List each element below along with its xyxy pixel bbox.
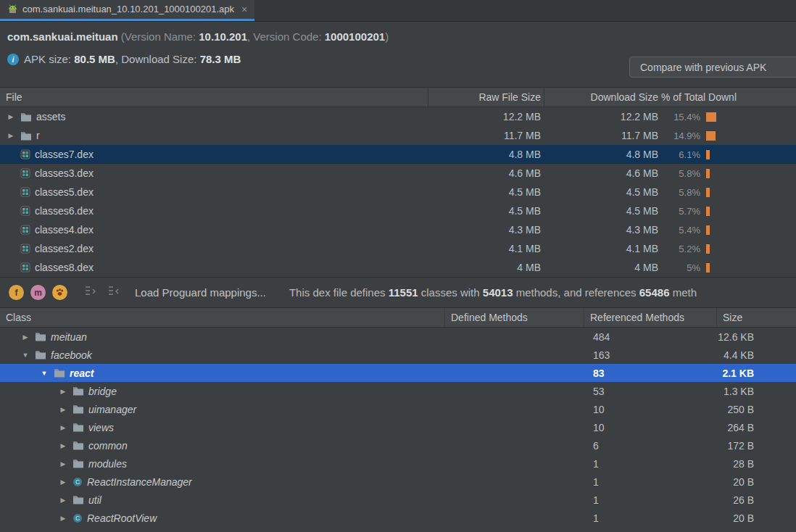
file-row-classes5-dex[interactable]: classes5.dex 4.5 MB 4.5 MB 5.8% — [0, 183, 796, 201]
folder-icon — [72, 495, 84, 504]
file-row-r[interactable]: ▶ r 11.7 MB 11.7 MB 14.9% — [0, 126, 796, 145]
compare-apk-button[interactable]: Compare with previous APK — [629, 57, 796, 78]
col-header-referenced-methods[interactable]: Referenced Methods — [584, 308, 716, 327]
chevron-right-icon[interactable]: ▶ — [58, 406, 68, 413]
svg-text:C: C — [75, 478, 80, 486]
dex-file-icon — [20, 225, 30, 235]
dex-file-icon — [20, 187, 30, 197]
android-apk-icon — [7, 4, 18, 14]
chevron-right-icon[interactable]: ▶ — [58, 496, 68, 504]
percent-bar — [706, 131, 716, 141]
chevron-down-icon[interactable]: ▼ — [39, 370, 49, 377]
tab-title: com.sankuai.meituan_10.10.201_1000100201… — [22, 4, 234, 14]
col-header-class[interactable]: Class — [0, 312, 444, 323]
version-name: 10.10.201 — [199, 30, 247, 43]
percent-bar — [706, 169, 710, 178]
package-line: com.sankuai.meituan (Version Name: 10.10… — [0, 22, 796, 43]
info-icon: i — [7, 54, 19, 65]
download-size-value: 78.3 MB — [200, 53, 241, 65]
chevron-right-icon[interactable]: ▶ — [58, 424, 68, 431]
percent-bar — [706, 150, 710, 159]
percent-bar — [706, 188, 710, 197]
dex-file-icon — [20, 206, 30, 216]
classes-count: 11551 — [389, 286, 418, 299]
file-row-classes7-dex[interactable]: classes7.dex 4.8 MB 4.8 MB 6.1% — [0, 145, 796, 164]
dex-file-icon — [20, 168, 30, 178]
show-fields-toggle[interactable]: f — [9, 285, 24, 300]
chevron-right-icon[interactable]: ▶ — [58, 442, 68, 449]
collapse-all-icon[interactable] — [107, 286, 120, 299]
col-header-defined-methods[interactable]: Defined Methods — [444, 308, 584, 327]
col-header-download-size[interactable]: Download Size — [544, 88, 660, 107]
folder-icon — [35, 350, 46, 359]
file-row-classes2-dex[interactable]: classes2.dex 4.1 MB 4.1 MB 5.2% — [0, 239, 796, 258]
files-table-body: ▶ assets 12.2 MB 12.2 MB 15.4% ▶ r 11.7 … — [0, 107, 796, 277]
percent-bar — [706, 112, 716, 122]
col-header-percent-total[interactable]: % of Total Downl — [660, 91, 796, 103]
class-row-uimanager[interactable]: ▶ uimanager 10 250 B — [0, 400, 796, 418]
folder-icon — [20, 131, 32, 141]
class-row-views[interactable]: ▶ views 10 264 B — [0, 418, 796, 436]
class-row-react-instance-manager[interactable]: ▶ C ReactInstanceManager 1 20 B — [0, 473, 796, 491]
percent-bar — [706, 207, 710, 216]
tab-close-icon[interactable]: × — [241, 4, 247, 14]
chevron-right-icon[interactable]: ▶ — [6, 132, 16, 139]
file-row-classes8-dex[interactable]: classes8.dex 4 MB 4 MB 5% — [0, 258, 796, 277]
show-methods-toggle[interactable]: m — [30, 285, 46, 300]
class-row-modules[interactable]: ▶ modules 1 28 B — [0, 454, 796, 473]
editor-tab-bar: com.sankuai.meituan_10.10.201_1000100201… — [0, 0, 796, 22]
apk-size-value: 80.5 MB — [74, 53, 115, 65]
class-row-bridge[interactable]: ▶ bridge 53 1.3 KB — [0, 382, 796, 400]
folder-icon — [72, 404, 84, 414]
chevron-right-icon[interactable]: ▶ — [58, 388, 68, 395]
show-references-toggle[interactable] — [52, 285, 67, 300]
folder-icon — [20, 112, 32, 122]
apk-header: com.sankuai.meituan (Version Name: 10.10… — [0, 22, 796, 87]
file-row-classes4-dex[interactable]: classes4.dex 4.3 MB 4.3 MB 5.4% — [0, 220, 796, 239]
size-summary: APK size: 80.5 MB, Download Size: 78.3 M… — [24, 53, 241, 65]
folder-icon — [35, 332, 46, 341]
class-row-react-root-view[interactable]: ▶ C ReactRootView 1 20 B — [0, 509, 796, 527]
files-table-header: File Raw File Size Download Size % of To… — [0, 87, 796, 107]
load-proguard-mappings-button[interactable]: Load Proguard mappings... — [135, 286, 266, 299]
col-header-size[interactable]: Size — [716, 308, 796, 327]
class-row-meituan[interactable]: ▶ meituan 484 12.6 KB — [0, 328, 796, 346]
chevron-right-icon[interactable]: ▶ — [58, 460, 68, 467]
folder-icon — [72, 423, 84, 432]
percent-bar — [706, 225, 710, 235]
dex-file-icon — [20, 244, 30, 254]
class-row-util[interactable]: ▶ util 1 26 B — [0, 491, 796, 509]
chevron-right-icon[interactable]: ▶ — [20, 333, 30, 341]
class-icon: C — [72, 477, 83, 487]
chevron-right-icon[interactable]: ▶ — [6, 113, 16, 120]
class-icon: C — [72, 513, 83, 523]
package-name: com.sankuai.meituan — [7, 30, 118, 43]
chevron-right-icon[interactable]: ▶ — [58, 515, 68, 522]
dex-file-icon — [20, 149, 30, 159]
class-row-facebook[interactable]: ▼ facebook 163 4.4 KB — [0, 346, 796, 364]
percent-bar — [706, 263, 710, 273]
apk-editor-tab[interactable]: com.sankuai.meituan_10.10.201_1000100201… — [0, 0, 254, 21]
version-code: 1000100201 — [325, 30, 385, 43]
file-row-assets[interactable]: ▶ assets 12.2 MB 12.2 MB 15.4% — [0, 107, 796, 126]
file-row-classes3-dex[interactable]: classes3.dex 4.6 MB 4.6 MB 5.8% — [0, 164, 796, 183]
chevron-right-icon[interactable]: ▶ — [58, 478, 68, 486]
percent-bar — [706, 244, 710, 254]
folder-icon — [72, 459, 84, 468]
references-count: 65486 — [639, 286, 670, 299]
dex-toolbar: f m Load Proguard mappings... This dex f… — [0, 277, 796, 307]
class-row-react[interactable]: ▼ react 83 2.1 KB — [0, 364, 796, 382]
folder-icon — [72, 386, 84, 396]
folder-icon — [72, 441, 84, 450]
chevron-down-icon[interactable]: ▼ — [20, 352, 30, 359]
svg-text:C: C — [75, 515, 80, 522]
class-row-common[interactable]: ▶ common 6 172 B — [0, 436, 796, 454]
folder-icon — [54, 368, 65, 378]
class-table-body: ▶ meituan 484 12.6 KB ▼ facebook 163 4.4… — [0, 328, 796, 527]
methods-count: 54013 — [483, 286, 513, 299]
col-header-raw-file-size[interactable]: Raw File Size — [428, 88, 544, 107]
file-row-classes6-dex[interactable]: classes6.dex 4.5 MB 4.5 MB 5.7% — [0, 201, 796, 220]
expand-all-icon[interactable] — [84, 286, 97, 299]
col-header-file[interactable]: File — [0, 91, 428, 103]
dex-file-icon — [20, 262, 30, 273]
